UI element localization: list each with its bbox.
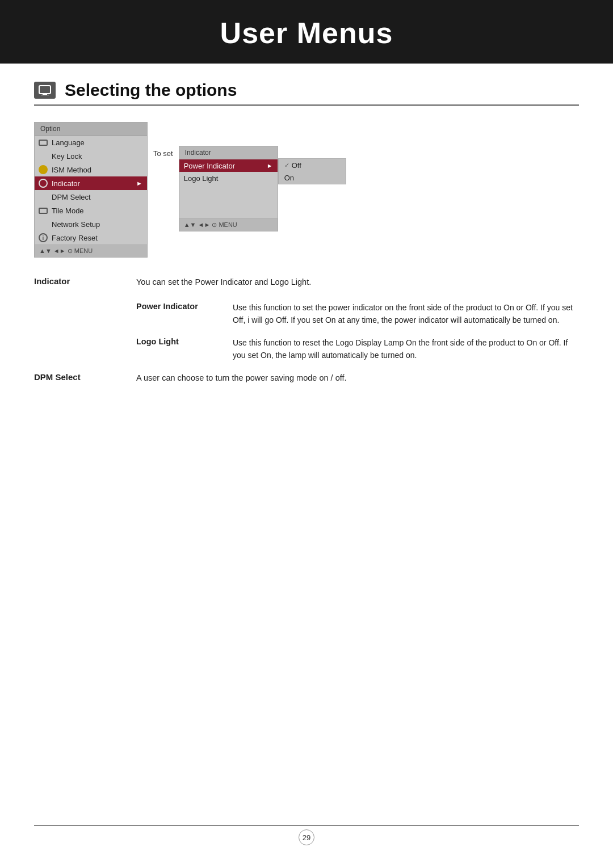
svg-rect-1 [43, 94, 47, 95]
section-divider [34, 104, 579, 106]
power-indicator-arrow-icon: ► [267, 162, 273, 169]
dpm-def: A user can choose to turn the power savi… [136, 372, 347, 384]
network-icon [38, 219, 48, 229]
section: Selecting the options [0, 64, 613, 106]
section-title-row: Selecting the options [34, 81, 579, 100]
menu-panel-1: Option Language Key Lock ISM Method Indi… [34, 122, 148, 258]
menu-item-network: Network Setup [35, 217, 147, 231]
menu-item-tile: Tile Mode [35, 204, 147, 217]
power-indicator-def: Use this function to set the power indic… [233, 302, 579, 326]
menu-panel-2: Indicator Power Indicator ► Logo Light ▲… [179, 146, 278, 231]
menu-item-keylock: Key Lock [35, 149, 147, 163]
indicator-def: You can set the Power Indicator and Logo… [136, 276, 311, 288]
menu-item-indicator-label: Indicator [52, 179, 80, 188]
menu-panel-2-footer: ▲▼ ◄► ⊙ MENU [179, 218, 278, 231]
indicator-term: Indicator [34, 276, 136, 288]
keylock-icon [38, 151, 48, 161]
menu-item-indicator: Indicator ► [35, 176, 147, 190]
factory-icon: i [38, 233, 48, 243]
section-icon [34, 82, 56, 99]
val-item-off: ✓ Off [279, 159, 346, 171]
tile-icon [38, 205, 48, 216]
menu-item-dpm: DPM Select [35, 190, 147, 204]
logo-light-def: Use this function to reset the Logo Disp… [233, 337, 579, 361]
ism-icon [38, 165, 48, 175]
dpm-term: DPM Select [34, 372, 136, 384]
page-number: 29 [299, 829, 314, 845]
dpm-icon [38, 192, 48, 202]
svg-rect-0 [39, 86, 51, 94]
menu-item-network-label: Network Setup [52, 220, 100, 229]
power-indicator-desc-row: Power Indicator Use this function to set… [34, 302, 579, 326]
menu-item-dpm-label: DPM Select [52, 193, 91, 201]
page-header: User Menus [0, 0, 613, 64]
menu-item-ism: ISM Method [35, 163, 147, 176]
menu-item-keylock-label: Key Lock [52, 152, 82, 161]
menu-panel-3: ✓ Off On [278, 158, 346, 184]
menu-item-tile-label: Tile Mode [52, 207, 84, 215]
val-item-on: On [279, 171, 346, 184]
page-footer: 29 [0, 825, 613, 845]
menu-item-factory-label: Factory Reset [52, 234, 98, 242]
val-item-on-label: On [284, 174, 294, 182]
descriptions: Indicator You can set the Power Indicato… [0, 276, 613, 385]
language-icon [38, 137, 48, 148]
menu-panel-1-footer: ▲▼ ◄► ⊙ MENU [35, 245, 147, 257]
menu-area: Option Language Key Lock ISM Method Indi… [34, 122, 613, 258]
menu-panel-2-header: Indicator [179, 146, 278, 159]
val-item-off-label: Off [292, 161, 301, 170]
indicator-desc-row: Indicator You can set the Power Indicato… [34, 276, 579, 288]
logo-light-desc-row: Logo Light Use this function to reset th… [34, 337, 579, 361]
logo-light-term: Logo Light [136, 337, 233, 361]
sub-item-power-indicator: Power Indicator ► [179, 159, 278, 172]
sub-item-logo-light-label: Logo Light [184, 174, 219, 183]
sub-item-power-indicator-label: Power Indicator [184, 162, 235, 170]
menu-panel-1-header: Option [35, 123, 147, 136]
svg-rect-2 [41, 95, 49, 95]
menu-item-factory: i Factory Reset [35, 231, 147, 245]
menu-item-language-label: Language [52, 138, 85, 147]
indicator-icon [38, 178, 48, 188]
power-indicator-term: Power Indicator [136, 302, 233, 326]
section-title: Selecting the options [65, 81, 237, 100]
indicator-arrow-icon: ► [136, 180, 142, 187]
menu-item-ism-label: ISM Method [52, 166, 91, 174]
sub-item-logo-light: Logo Light [179, 172, 278, 184]
checkmark-icon: ✓ [284, 162, 289, 169]
footer-divider [34, 825, 579, 826]
to-set-label: To set [148, 146, 179, 161]
page-title: User Menus [0, 16, 613, 50]
menu-item-language: Language [35, 136, 147, 149]
dpm-desc-row: DPM Select A user can choose to turn the… [34, 372, 579, 384]
